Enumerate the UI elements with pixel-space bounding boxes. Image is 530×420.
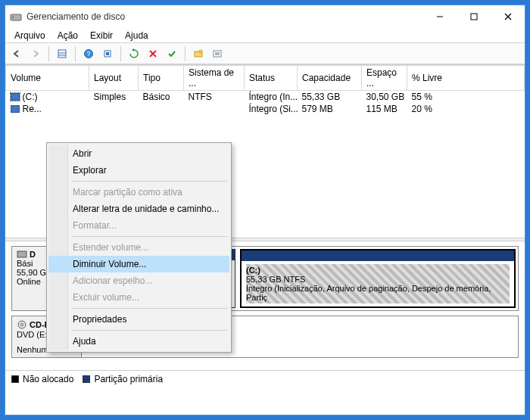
svg-point-22 bbox=[21, 324, 23, 326]
col-type[interactable]: Tipo bbox=[139, 66, 184, 91]
cm-extend: Estender volume... bbox=[48, 239, 229, 256]
new-folder-icon[interactable] bbox=[190, 45, 207, 62]
col-fs[interactable]: Sistema de ... bbox=[184, 66, 245, 91]
partition-selected[interactable]: (C:) 55,33 GB NTFS Íntegro (Inicializaçã… bbox=[240, 249, 516, 308]
menu-view[interactable]: Exibir bbox=[86, 29, 117, 42]
menubar: Arquivo Ação Exibir Ajuda bbox=[5, 28, 525, 43]
menu-file[interactable]: Arquivo bbox=[10, 29, 50, 42]
window-title: Gerenciamento de disco bbox=[26, 11, 422, 22]
col-status[interactable]: Status bbox=[245, 66, 298, 91]
hdd-icon bbox=[17, 250, 27, 259]
menu-action[interactable]: Ação bbox=[53, 29, 83, 42]
check-icon[interactable] bbox=[164, 45, 180, 62]
swatch-primary bbox=[83, 375, 90, 383]
svg-rect-3 bbox=[471, 14, 477, 20]
cm-add-mirror: Adicionar espelho... bbox=[48, 272, 229, 289]
cm-format: Formatar... bbox=[48, 217, 229, 234]
cdrom-icon bbox=[17, 319, 27, 330]
maximize-button[interactable] bbox=[457, 5, 491, 28]
list-view-icon[interactable] bbox=[54, 45, 70, 62]
minimize-button[interactable] bbox=[422, 5, 457, 28]
col-capacity[interactable]: Capacidade bbox=[298, 66, 362, 91]
properties-icon[interactable] bbox=[209, 45, 226, 62]
menu-help[interactable]: Ajuda bbox=[120, 29, 153, 42]
svg-point-1 bbox=[12, 17, 14, 18]
volume-icon bbox=[11, 93, 20, 101]
cm-change-letter[interactable]: Alterar letra de unidade e caminho... bbox=[48, 201, 229, 217]
cm-mark-active: Marcar partição como ativa bbox=[48, 184, 229, 201]
cm-open[interactable]: Abrir bbox=[48, 145, 229, 162]
cm-delete: Excluir volume... bbox=[48, 289, 229, 306]
window: Gerenciamento de disco Arquivo Ação Exib… bbox=[5, 5, 525, 415]
svg-point-16 bbox=[199, 50, 202, 53]
volume-icon bbox=[11, 105, 20, 113]
back-button[interactable] bbox=[8, 45, 25, 62]
disk-mgmt-icon bbox=[10, 11, 22, 23]
svg-rect-20 bbox=[17, 251, 26, 257]
col-pfree[interactable]: % Livre bbox=[407, 66, 525, 91]
context-menu: Abrir Explorar Marcar partição como ativ… bbox=[46, 142, 232, 353]
settings-icon[interactable] bbox=[99, 45, 116, 62]
toolbar: ? bbox=[5, 43, 525, 64]
svg-rect-6 bbox=[58, 50, 66, 58]
close-button[interactable] bbox=[491, 5, 525, 28]
titlebar: Gerenciamento de disco bbox=[5, 5, 525, 28]
svg-rect-17 bbox=[214, 51, 221, 57]
swatch-unallocated bbox=[11, 375, 19, 383]
forward-button[interactable] bbox=[27, 45, 44, 62]
cm-explore[interactable]: Explorar bbox=[48, 162, 229, 179]
volume-row[interactable]: Re... Íntegro (Si... 579 MB 115 MB 20 % bbox=[6, 103, 525, 115]
col-free[interactable]: Espaço ... bbox=[362, 66, 407, 91]
volume-row[interactable]: (C:) Simples Básico NTFS Íntegro (In... … bbox=[6, 91, 525, 104]
legend: Não alocado Partição primária bbox=[5, 370, 525, 387]
svg-text:?: ? bbox=[86, 50, 90, 58]
delete-icon[interactable] bbox=[145, 45, 161, 62]
table-header: Volume Layout Tipo Sistema de ... Status… bbox=[6, 66, 525, 91]
col-volume[interactable]: Volume bbox=[6, 66, 89, 91]
refresh-icon[interactable] bbox=[126, 45, 142, 62]
svg-rect-12 bbox=[106, 52, 109, 55]
help-icon[interactable]: ? bbox=[80, 45, 97, 62]
cm-help[interactable]: Ajuda bbox=[48, 333, 229, 350]
cm-properties[interactable]: Propriedades bbox=[48, 311, 229, 328]
cm-shrink[interactable]: Diminuir Volume... bbox=[48, 256, 229, 272]
col-layout[interactable]: Layout bbox=[89, 66, 139, 91]
content-area: Volume Layout Tipo Sistema de ... Status… bbox=[5, 64, 525, 415]
